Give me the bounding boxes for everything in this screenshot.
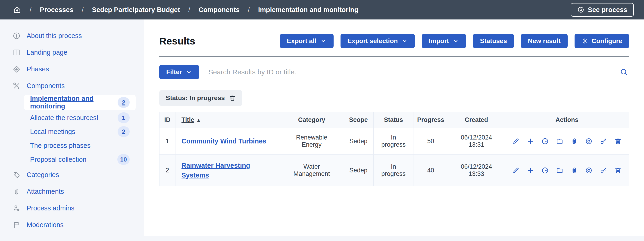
- count-badge: 1: [118, 112, 130, 123]
- eye-icon: [577, 6, 584, 14]
- count-badge: 2: [118, 97, 130, 108]
- export-all-button[interactable]: Export all: [280, 34, 334, 48]
- count-badge: 2: [118, 126, 130, 137]
- table-header-row: ID Title▲ Category Scope Status Progress…: [160, 112, 629, 128]
- see-process-button[interactable]: See process: [570, 3, 634, 17]
- export-selection-button[interactable]: Export selection: [340, 34, 415, 48]
- sidebar: About this process Landing page Phases C…: [0, 20, 144, 236]
- search-button[interactable]: [618, 67, 629, 77]
- preview-icon[interactable]: [585, 137, 592, 145]
- sort-asc-icon: ▲: [196, 117, 201, 123]
- chevron-down-icon: [402, 38, 408, 44]
- row-actions: [511, 137, 623, 145]
- landing-page-icon: [12, 49, 20, 57]
- header-actions: Actions: [505, 112, 629, 128]
- preview-icon[interactable]: [585, 167, 592, 174]
- delete-trash-icon[interactable]: [614, 137, 622, 145]
- cell-progress: 50: [414, 128, 448, 155]
- moderations-icon: [12, 221, 20, 229]
- see-process-label: See process: [588, 6, 627, 14]
- cell-scope: Sedep: [343, 128, 374, 155]
- header-title-sort[interactable]: Title▲: [175, 112, 280, 128]
- cell-progress: 40: [414, 155, 448, 186]
- row-actions: [511, 167, 623, 174]
- chevron-down-icon: [186, 69, 192, 75]
- table-row: 2 Rainwater Harvesting Systems Water Man…: [160, 155, 629, 186]
- edit-icon[interactable]: [512, 167, 520, 174]
- gear-icon: [582, 38, 588, 44]
- statuses-button[interactable]: Statuses: [473, 34, 514, 48]
- attachment-paperclip-icon[interactable]: [570, 137, 578, 145]
- breadcrumb-separator: /: [188, 6, 190, 14]
- sidebar-item-attachments[interactable]: Attachments: [0, 183, 144, 200]
- sidebar-item-implementation-and-monitoring[interactable]: Implementation and monitoring 2: [24, 95, 136, 110]
- info-icon: [12, 32, 20, 40]
- sidebar-item-about-this-process[interactable]: About this process: [0, 27, 144, 44]
- breadcrumb-processes[interactable]: Processes: [40, 6, 74, 14]
- topbar: / Processes / Sedep Participatory Budget…: [0, 0, 644, 20]
- attachments-icon: [12, 187, 20, 196]
- sidebar-item-phases[interactable]: Phases: [0, 61, 144, 77]
- breadcrumb-components[interactable]: Components: [198, 6, 240, 14]
- breadcrumb-current-component[interactable]: Implementation and monitoring: [258, 6, 358, 14]
- new-result-button[interactable]: New result: [521, 34, 568, 48]
- cell-status: In progress: [374, 128, 414, 155]
- cell-category: Water Management: [280, 155, 343, 186]
- count-badge: 10: [117, 154, 130, 165]
- result-title-link[interactable]: Community Wind Turbines: [182, 137, 266, 145]
- sidebar-item-allocate-the-resources[interactable]: Allocate the resources! 1: [24, 111, 136, 125]
- add-icon[interactable]: [527, 137, 534, 145]
- attachment-paperclip-icon[interactable]: [570, 167, 578, 174]
- delete-trash-icon[interactable]: [614, 167, 622, 174]
- sidebar-item-moderations[interactable]: Moderations: [0, 216, 144, 233]
- search-icon: [620, 68, 628, 77]
- search-input[interactable]: [208, 68, 609, 76]
- header-divider: [159, 56, 629, 57]
- breadcrumb: / Processes / Sedep Participatory Budget…: [13, 6, 358, 14]
- cell-created: 06/12/2024 13:31: [448, 128, 505, 155]
- filter-button[interactable]: Filter: [159, 65, 199, 79]
- page-title: Results: [159, 36, 195, 47]
- categories-icon: [12, 171, 20, 179]
- folder-icon[interactable]: [556, 137, 564, 145]
- cell-status: In progress: [374, 155, 414, 186]
- sidebar-item-local-meetings[interactable]: Local meetings 2: [24, 125, 136, 139]
- sidebar-item-categories[interactable]: Categories: [0, 166, 144, 183]
- folder-icon[interactable]: [556, 167, 564, 174]
- permissions-key-icon[interactable]: [600, 167, 607, 174]
- process-admins-icon: [12, 204, 20, 212]
- cell-created: 06/12/2024 13:33: [448, 155, 505, 186]
- home-icon[interactable]: [13, 6, 21, 14]
- sidebar-item-landing-page[interactable]: Landing page: [0, 44, 144, 61]
- cell-scope: Sedep: [343, 155, 374, 186]
- table-row: 1 Community Wind Turbines Renewable Ener…: [160, 128, 629, 155]
- edit-icon[interactable]: [512, 137, 520, 145]
- results-table: ID Title▲ Category Scope Status Progress…: [159, 112, 629, 186]
- chevron-down-icon: [452, 38, 459, 44]
- breadcrumb-process-name[interactable]: Sedep Participatory Budget: [92, 6, 180, 14]
- breadcrumb-separator: /: [30, 6, 32, 14]
- sidebar-item-the-process-phases[interactable]: The process phases: [24, 139, 136, 152]
- header-status: Status: [374, 112, 414, 128]
- cell-id: 2: [160, 155, 176, 186]
- timeline-clock-icon[interactable]: [541, 137, 549, 145]
- timeline-clock-icon[interactable]: [541, 167, 549, 174]
- configure-button[interactable]: Configure: [574, 34, 629, 48]
- applied-filter-chip: Status: In progress: [159, 90, 242, 106]
- result-title-link[interactable]: Rainwater Harvesting Systems: [182, 162, 250, 179]
- header-created: Created: [448, 112, 505, 128]
- add-icon[interactable]: [527, 167, 534, 174]
- breadcrumb-separator: /: [248, 6, 250, 14]
- header-category: Category: [280, 112, 343, 128]
- cell-category: Renewable Energy: [280, 128, 343, 155]
- breadcrumb-separator: /: [82, 6, 84, 14]
- import-button[interactable]: Import: [422, 34, 466, 48]
- header-progress: Progress: [414, 112, 448, 128]
- permissions-key-icon[interactable]: [600, 137, 607, 145]
- sidebar-item-components[interactable]: Components: [0, 77, 144, 94]
- main-content: Results Export all Export selection Impo…: [144, 20, 644, 236]
- remove-filter-trash-icon[interactable]: [229, 95, 236, 102]
- sidebar-item-process-admins[interactable]: Process admins: [0, 200, 144, 216]
- sidebar-item-proposal-collection[interactable]: Proposal collection 10: [24, 152, 136, 166]
- header-scope: Scope: [343, 112, 374, 128]
